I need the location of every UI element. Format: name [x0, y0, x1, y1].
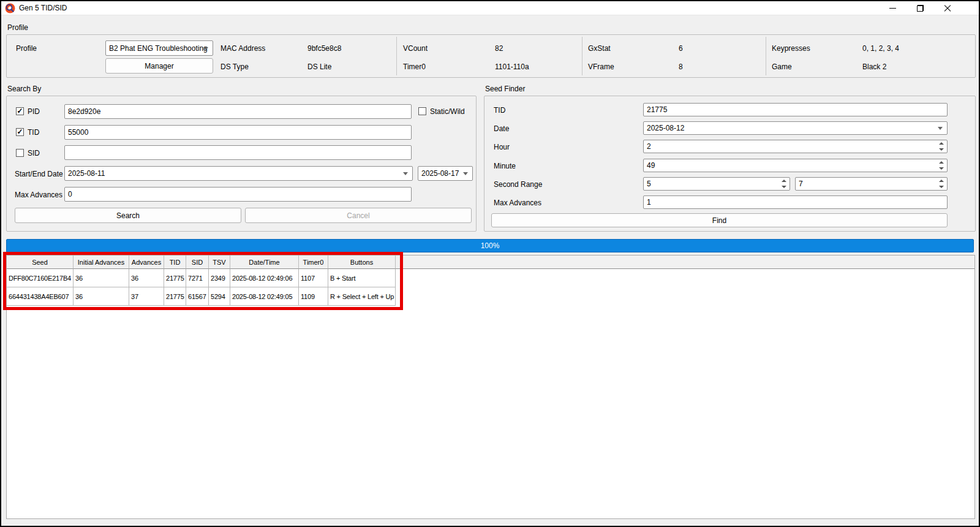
- finder-minute-label: Minute: [494, 161, 516, 171]
- restore-icon: [917, 5, 924, 12]
- cell-tsv[interactable]: 5294: [209, 287, 230, 306]
- cell-seed[interactable]: DFF80C7160E217B4: [7, 269, 74, 287]
- gxstat-value: 6: [679, 44, 683, 53]
- column-header-initial-advances[interactable]: Initial Advances: [74, 256, 129, 269]
- cell-advances[interactable]: 36: [129, 269, 164, 287]
- chevron-down-icon: [463, 172, 468, 175]
- finder-date-value: 2025-08-12: [647, 124, 684, 132]
- separator: [396, 37, 397, 75]
- end-date-select[interactable]: 2025-08-17: [418, 166, 473, 181]
- search-max-advances-input[interactable]: [64, 187, 412, 202]
- minimize-icon: [889, 8, 896, 9]
- finder-max-advances-input[interactable]: [643, 195, 948, 209]
- keypresses-label: Keypresses: [772, 44, 810, 53]
- cell-timer0[interactable]: 1109: [299, 287, 328, 306]
- cell-tid[interactable]: 21775: [164, 287, 186, 306]
- cell-initial-advances[interactable]: 36: [74, 269, 129, 287]
- table-row[interactable]: 664431438A4EB607 36 37 21775 61567 5294 …: [7, 287, 974, 306]
- static-wild-checkbox[interactable]: [418, 107, 426, 115]
- minute-spinner[interactable]: [643, 159, 948, 172]
- app-logo-icon: [5, 3, 15, 13]
- vframe-label: VFrame: [588, 62, 614, 72]
- search-button-label: Search: [116, 211, 140, 220]
- spin-up-icon[interactable]: [938, 178, 945, 184]
- restore-button[interactable]: [910, 1, 930, 15]
- chevron-down-icon: [403, 172, 408, 175]
- search-by-group-label: Search By: [7, 85, 41, 93]
- tid-input[interactable]: [64, 125, 412, 140]
- sid-checkbox[interactable]: [16, 149, 24, 157]
- tid-checkbox[interactable]: ✓: [16, 128, 24, 136]
- sid-label: SID: [28, 148, 40, 158]
- mac-address-value: 9bfc5e8c8: [307, 44, 341, 53]
- cell-tsv[interactable]: 2349: [209, 269, 230, 287]
- progress-value: 100%: [481, 241, 500, 250]
- cell-timer0[interactable]: 1107: [299, 269, 328, 287]
- finder-tid-input[interactable]: [643, 103, 948, 116]
- column-header-sid[interactable]: SID: [186, 256, 209, 269]
- pid-input[interactable]: [64, 104, 412, 119]
- title-bar[interactable]: Gen 5 TID/SID: [1, 1, 979, 15]
- spin-down-icon[interactable]: [938, 165, 945, 172]
- profile-group-label: Profile: [7, 23, 28, 32]
- cancel-button[interactable]: Cancel: [245, 208, 472, 223]
- search-button[interactable]: Search: [15, 208, 241, 223]
- second-min-input[interactable]: [644, 178, 778, 190]
- cancel-button-label: Cancel: [347, 211, 369, 220]
- column-header-advances[interactable]: Advances: [129, 256, 164, 269]
- close-button[interactable]: [938, 1, 957, 15]
- find-button-label: Find: [712, 216, 726, 225]
- cell-sid[interactable]: 7271: [186, 269, 209, 287]
- column-header-timer0[interactable]: Timer0: [299, 256, 328, 269]
- cell-tid[interactable]: 21775: [164, 269, 186, 287]
- second-max-spinner[interactable]: [795, 177, 948, 191]
- cell-advances[interactable]: 37: [129, 287, 164, 306]
- manager-button[interactable]: Manager: [105, 58, 213, 74]
- finder-date-label: Date: [494, 124, 509, 134]
- cell-initial-advances[interactable]: 36: [74, 287, 129, 306]
- cell-seed[interactable]: 664431438A4EB607: [7, 287, 74, 306]
- table-row[interactable]: DFF80C7160E217B4 36 36 21775 7271 2349 2…: [7, 269, 974, 287]
- hour-spinner[interactable]: [643, 140, 948, 153]
- second-range-label: Second Range: [494, 180, 542, 189]
- cell-datetime[interactable]: 2025-08-12 02:49:06: [230, 269, 299, 287]
- separator: [766, 37, 766, 75]
- cell-datetime[interactable]: 2025-08-12 02:49:05: [230, 287, 299, 306]
- column-header-datetime[interactable]: Date/Time: [230, 256, 299, 269]
- cell-sid[interactable]: 61567: [186, 287, 209, 306]
- profile-select[interactable]: B2 Phat ENG Troubleshooting: [105, 40, 213, 56]
- pid-checkbox[interactable]: ✓: [16, 107, 24, 115]
- mac-address-label: MAC Address: [221, 44, 265, 53]
- spin-up-icon[interactable]: [938, 140, 945, 146]
- minute-input[interactable]: [644, 159, 936, 172]
- cell-buttons[interactable]: R + Select + Left + Up: [328, 287, 396, 306]
- minimize-button[interactable]: [883, 1, 902, 15]
- column-header-seed[interactable]: Seed: [7, 256, 74, 269]
- spin-up-icon[interactable]: [780, 178, 788, 184]
- finder-date-select[interactable]: 2025-08-12: [643, 121, 948, 135]
- spin-down-icon[interactable]: [780, 184, 788, 190]
- spin-down-icon[interactable]: [938, 146, 945, 153]
- column-header-tid[interactable]: TID: [164, 256, 186, 269]
- second-min-spinner[interactable]: [643, 177, 790, 191]
- start-end-date-label: Start/End Date: [15, 169, 63, 179]
- spin-down-icon[interactable]: [938, 184, 945, 190]
- hour-input[interactable]: [644, 140, 936, 153]
- progress-bar: 100%: [6, 239, 974, 252]
- tid-label: TID: [28, 127, 39, 137]
- timer0-value: 1101-110a: [495, 62, 529, 72]
- cell-buttons[interactable]: B + Start: [328, 269, 396, 287]
- column-header-buttons[interactable]: Buttons: [328, 256, 396, 269]
- column-header-tsv[interactable]: TSV: [209, 256, 230, 269]
- start-date-select[interactable]: 2025-08-11: [64, 166, 413, 181]
- end-date-value: 2025-08-17: [421, 169, 459, 178]
- game-value: Black 2: [862, 62, 886, 72]
- profile-select-value: B2 Phat ENG Troubleshooting: [109, 44, 208, 53]
- find-button[interactable]: Find: [491, 213, 948, 227]
- spin-up-icon[interactable]: [938, 159, 945, 165]
- second-max-input[interactable]: [796, 178, 936, 190]
- timer0-label: Timer0: [403, 62, 426, 72]
- separator: [582, 37, 582, 75]
- sid-input[interactable]: [64, 145, 412, 160]
- keypresses-value: 0, 1, 2, 3, 4: [862, 44, 899, 53]
